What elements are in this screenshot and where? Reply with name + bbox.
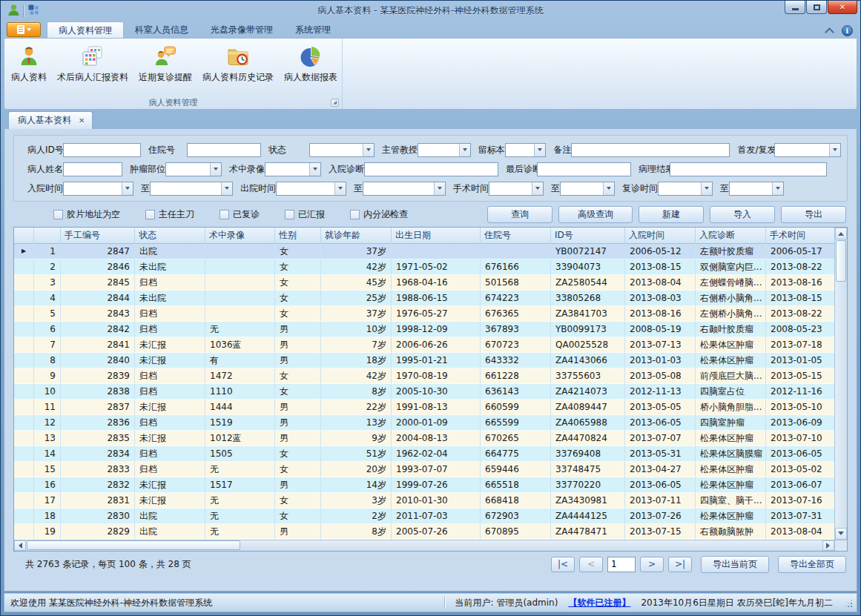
combo-dropdown-button[interactable] <box>603 182 614 195</box>
cell[interactable]: 42岁 <box>321 368 392 384</box>
quick-access-layout-icon[interactable] <box>27 4 39 18</box>
cell[interactable]: 归档 <box>135 275 205 291</box>
cell[interactable]: 女 <box>275 291 321 306</box>
cell[interactable]: 1970-08-19 <box>392 368 481 384</box>
cell[interactable]: 636143 <box>481 384 551 400</box>
advanced-query-button[interactable]: 高级查询 <box>558 206 633 223</box>
combo-dropdown-button[interactable] <box>532 182 543 195</box>
cell[interactable]: 42岁 <box>321 259 392 275</box>
cell[interactable]: ZA4214073 <box>551 384 625 400</box>
cell[interactable]: 2013-07-15 <box>625 524 696 540</box>
column-header[interactable]: 状态 <box>135 228 205 244</box>
table-row[interactable]: 22846未出院女42岁1971-05-02676166339040732013… <box>14 259 837 275</box>
cell[interactable]: 未出院 <box>135 291 205 306</box>
filter-combo-2-1[interactable] <box>150 182 233 196</box>
cell[interactable]: 664775 <box>481 446 551 462</box>
patient-data-button[interactable]: 病人资料 <box>6 41 52 96</box>
cell[interactable]: 2839 <box>61 368 135 384</box>
table-row[interactable]: 182830出院无女2岁2011-07-03672903ZA4444125201… <box>14 509 837 524</box>
cell[interactable]: 未汇报 <box>135 477 205 493</box>
cell[interactable]: 松果体区肿瘤 <box>696 337 766 353</box>
filter-combo-1-1[interactable] <box>165 162 222 176</box>
filter-input-0-0[interactable] <box>63 143 141 157</box>
cell[interactable]: 3岁 <box>321 493 392 509</box>
first-page-button[interactable]: |< <box>551 557 575 572</box>
cell[interactable]: 5 <box>34 306 61 322</box>
cell[interactable]: 无 <box>205 322 275 337</box>
column-header[interactable]: 出生日期 <box>392 228 481 244</box>
cell[interactable]: 2005-10-30 <box>392 384 481 400</box>
cell[interactable]: 674223 <box>481 291 551 306</box>
cell[interactable]: 2830 <box>61 509 135 524</box>
cell[interactable]: 男 <box>275 415 321 431</box>
cell[interactable]: 2 <box>34 259 61 275</box>
cell[interactable]: ZA4143066 <box>551 353 625 368</box>
combo-dropdown-button[interactable] <box>210 163 221 176</box>
column-header[interactable]: 入院时间 <box>625 228 696 244</box>
cell[interactable]: 女 <box>275 368 321 384</box>
combo-dropdown-button[interactable] <box>122 182 133 195</box>
cell[interactable]: 左额叶胶质瘤 <box>696 244 766 259</box>
cell[interactable]: 3 <box>34 275 61 291</box>
cell[interactable] <box>205 306 275 322</box>
scroll-right-button[interactable] <box>822 540 834 551</box>
ribbon-tab-department-staff[interactable]: 科室人员信息 <box>124 21 199 38</box>
cell[interactable]: 643332 <box>481 353 551 368</box>
cell[interactable]: 1998-12-09 <box>392 322 481 337</box>
cell[interactable]: 4 <box>34 291 61 306</box>
checkbox-box-icon[interactable] <box>285 210 294 219</box>
cell[interactable]: 未汇报 <box>135 431 205 446</box>
cell[interactable] <box>205 259 275 275</box>
cell[interactable]: 2008-05-23 <box>766 322 837 337</box>
cell[interactable]: 男 <box>275 337 321 353</box>
filter-input-1-0[interactable] <box>63 162 122 176</box>
minimize-button[interactable] <box>785 1 805 14</box>
horizontal-scroll-thumb[interactable] <box>27 540 240 550</box>
table-row[interactable]: 32845归档女45岁1968-04-16501568ZA25805442013… <box>14 275 837 291</box>
cell[interactable]: 1995-01-21 <box>392 353 481 368</box>
endocrine-exam-checkbox[interactable]: 内分泌检查 <box>350 208 408 221</box>
cell[interactable]: 2831 <box>61 493 135 509</box>
cell[interactable]: 670723 <box>481 337 551 353</box>
revisited-checkbox[interactable]: 已复诊 <box>220 208 260 221</box>
column-header[interactable]: ID号 <box>551 228 625 244</box>
cell[interactable]: 2000-01-09 <box>392 415 481 431</box>
cell[interactable]: 1036蓝 <box>205 337 275 353</box>
cell[interactable]: 2013-06-05 <box>625 415 696 431</box>
cell[interactable]: 2829 <box>61 524 135 540</box>
cell[interactable]: 668418 <box>481 493 551 509</box>
filter-input-1-4[interactable] <box>537 162 631 176</box>
cell[interactable]: 2013-08-22 <box>766 259 837 275</box>
cell[interactable]: ZA4470824 <box>551 431 625 446</box>
cell[interactable]: 左侧蝶骨嵴脑... <box>696 275 766 291</box>
cell[interactable]: 2013-05-15 <box>766 368 837 384</box>
cell[interactable]: 2013-07-16 <box>766 493 837 509</box>
cell[interactable]: 37岁 <box>321 244 392 259</box>
cell[interactable]: 1517 <box>205 477 275 493</box>
cell[interactable] <box>205 244 275 259</box>
vertical-scrollbar[interactable] <box>834 228 847 540</box>
cell[interactable]: 1999-07-26 <box>392 477 481 493</box>
cell[interactable]: 无 <box>205 524 275 540</box>
resize-grip[interactable] <box>843 598 852 607</box>
cell[interactable]: 女 <box>275 384 321 400</box>
table-row[interactable]: 132835未汇报1012蓝男9岁2004-08-13670265ZA44708… <box>14 431 837 446</box>
cell[interactable]: 10 <box>34 384 61 400</box>
cell[interactable]: 松果体区肿瘤 <box>696 431 766 446</box>
cell[interactable]: 归档 <box>135 322 205 337</box>
cell[interactable]: 665599 <box>481 415 551 431</box>
table-row[interactable]: 52843归档女37岁1976-05-27676365ZA38417032013… <box>14 306 837 322</box>
cell[interactable]: 18岁 <box>321 353 392 368</box>
cell[interactable]: 1968-04-16 <box>392 275 481 291</box>
cell[interactable]: 2013-04-27 <box>625 462 696 477</box>
horizontal-scrollbar[interactable] <box>14 540 834 551</box>
cell[interactable]: 2008-05-19 <box>625 322 696 337</box>
cell[interactable]: ZA2580544 <box>551 275 625 291</box>
cell[interactable]: 2010-01-30 <box>392 493 481 509</box>
cell[interactable]: 男 <box>275 477 321 493</box>
chief-surgeon-checkbox[interactable]: 主任主刀 <box>145 208 194 221</box>
export-all-pages-button[interactable]: 导出全部页 <box>778 556 846 573</box>
new-button[interactable]: 新建 <box>639 206 704 223</box>
cell[interactable]: YB0099173 <box>551 322 625 337</box>
ribbon-tab-patient-management[interactable]: 病人资料管理 <box>47 21 124 38</box>
